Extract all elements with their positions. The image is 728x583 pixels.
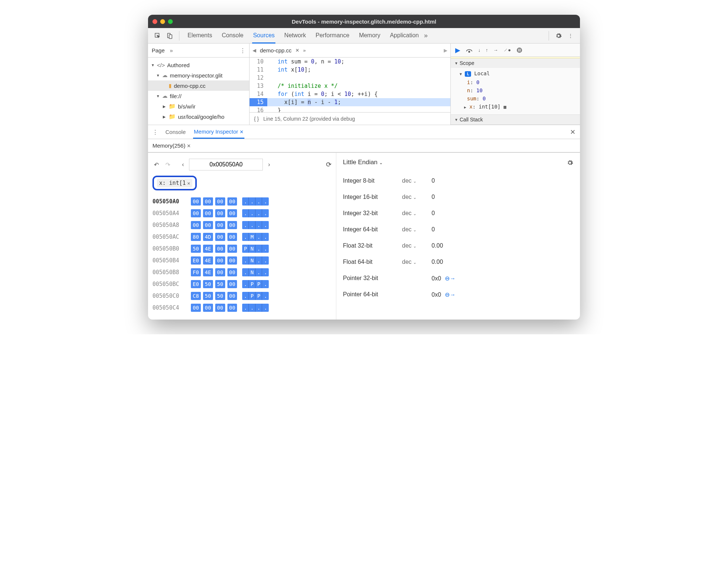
kebab-icon[interactable]: ⋮ <box>566 31 575 40</box>
step-over-icon[interactable] <box>466 47 473 53</box>
value-row: Integer 8-bit dec ⌄ 0 <box>343 173 573 189</box>
format-select[interactable]: dec ⌄ <box>402 242 432 249</box>
object-highlight-chip: x: int[1✕ <box>152 176 197 190</box>
sources-sidebar: Page » ⋮ ▼</>Authored ▼☁memory-inspector… <box>148 44 250 125</box>
hex-row[interactable]: 005050B8 F04E0000 .N.. <box>152 266 332 278</box>
nav-back-icon[interactable]: ◀ <box>253 48 256 53</box>
hex-row[interactable]: 005050C4 00000000 .... <box>152 302 332 314</box>
hex-row[interactable]: 005050A4 00000000 .... <box>152 207 332 219</box>
sidebar-menu-icon[interactable]: ⋮ <box>240 47 245 54</box>
more-tabs-icon[interactable]: » <box>424 32 427 39</box>
svg-point-3 <box>468 51 470 52</box>
close-tab-icon[interactable]: ✕ <box>295 48 299 53</box>
value-row: Integer 64-bit dec ⌄ 0 <box>343 221 573 238</box>
format-select[interactable]: dec ⌄ <box>402 210 432 217</box>
format-select[interactable]: dec ⌄ <box>402 259 432 265</box>
next-page-icon[interactable]: › <box>267 161 271 168</box>
scope-local[interactable]: ▼ L Local <box>460 69 576 78</box>
scope-var[interactable]: i: 0 <box>467 78 576 86</box>
undo-icon[interactable]: ↶ <box>152 161 160 168</box>
drawer: ⋮ Console Memory Inspector ✕ ✕ Memory(25… <box>148 125 580 320</box>
step-out-icon[interactable]: ↑ <box>486 47 488 53</box>
hex-row[interactable]: 005050B4 E04E0000 .N.. <box>152 255 332 266</box>
tree-folder-1[interactable]: ▶📁b/s/w/ir <box>148 101 249 111</box>
pause-exc-icon[interactable] <box>516 47 523 54</box>
tree-domain[interactable]: ▼☁memory-inspector.glit <box>148 70 249 80</box>
page-tab[interactable]: Page <box>152 47 165 54</box>
chevron-down-icon: ⌄ <box>379 160 383 165</box>
code-line[interactable]: 10 int sum = 0, n = 10; <box>250 58 450 66</box>
sidebar-overflow-icon[interactable]: » <box>170 47 173 54</box>
tree-file-demo[interactable]: ▮demo-cpp.cc <box>148 80 249 91</box>
jump-to-address-icon[interactable]: ⊖→ <box>445 292 456 298</box>
tab-elements[interactable]: Elements <box>187 28 213 43</box>
hex-row[interactable]: 005050A8 00000000 .... <box>152 219 332 231</box>
scope-var[interactable]: sum: 0 <box>467 94 576 103</box>
tab-memory[interactable]: Memory <box>358 28 381 43</box>
drawer-close-icon[interactable]: ✕ <box>570 128 576 136</box>
chip-remove-icon[interactable]: ✕ <box>187 180 190 186</box>
code-line[interactable]: 15 x[i] = n - i - 1; <box>250 98 450 106</box>
drawer-tab-memory-inspector[interactable]: Memory Inspector ✕ <box>193 125 244 139</box>
code-line[interactable]: 12 <box>250 74 450 82</box>
tab-network[interactable]: Network <box>284 28 307 43</box>
svg-rect-5 <box>518 49 519 51</box>
step-into-icon[interactable]: ↓ <box>478 47 481 53</box>
editor-filename: demo-cpp.cc <box>260 47 292 54</box>
code-line[interactable]: 11 int x[10]; <box>250 66 450 74</box>
tab-performance[interactable]: Performance <box>315 28 350 43</box>
jump-to-address-icon[interactable]: ⊖→ <box>445 275 456 282</box>
run-snippet-icon[interactable]: ▶ <box>444 48 447 53</box>
tab-sources[interactable]: Sources <box>252 28 275 44</box>
tree-authored[interactable]: ▼</>Authored <box>148 60 249 70</box>
value-row: Integer 32-bit dec ⌄ 0 <box>343 205 573 221</box>
redo-icon: ↷ <box>164 161 172 168</box>
code-line[interactable]: 14 for (int i = 0; i < 10; ++i) { <box>250 90 450 98</box>
resume-icon[interactable]: ▶ <box>455 46 460 54</box>
deactivate-bp-icon[interactable]: ⟋● <box>503 47 511 53</box>
hex-row[interactable]: 005050C0 C8505000 .PP. <box>152 290 332 302</box>
endianness-select[interactable]: Little Endian ⌄ <box>343 159 383 166</box>
tab-application[interactable]: Application <box>389 28 419 43</box>
reveal-memory-icon[interactable]: ▦ <box>504 104 506 110</box>
tab-console[interactable]: Console <box>221 28 244 43</box>
main-toolbar: ElementsConsoleSourcesNetworkPerformance… <box>148 28 580 44</box>
scope-var-x[interactable]: ▶ x: int[10] ▦ <box>460 103 576 111</box>
callstack-header[interactable]: ▼Call Stack <box>451 115 580 124</box>
close-icon[interactable]: ✕ <box>187 143 191 149</box>
inspect-icon[interactable] <box>153 31 162 40</box>
hex-row[interactable]: 005050AC 804D0000 .M.. <box>152 231 332 243</box>
scope-var[interactable]: n: 10 <box>467 86 576 94</box>
svg-rect-6 <box>520 49 521 51</box>
close-icon[interactable]: ✕ <box>240 129 244 135</box>
format-select[interactable]: dec ⌄ <box>402 194 432 200</box>
drawer-menu-icon[interactable]: ⋮ <box>152 129 158 135</box>
value-row: Float 32-bit dec ⌄ 0.00 <box>343 238 573 254</box>
tree-folder-2[interactable]: ▶📁usr/local/google/ho <box>148 111 249 122</box>
prev-page-icon[interactable]: ‹ <box>181 161 185 168</box>
format-select[interactable]: dec ⌄ <box>402 177 432 184</box>
editor-status: Line 15, Column 22 (provided via debug <box>263 116 355 122</box>
hex-row[interactable]: 005050BC E0505000 .PP. <box>152 278 332 290</box>
debugger-pane: ▶ ↓ ↑ → ⟋● ▼Scope ▼ L Local i: 0n: 10sum… <box>451 44 580 125</box>
refresh-icon[interactable]: ⟳ <box>326 161 332 169</box>
code-line[interactable]: 16 } <box>250 106 450 112</box>
pretty-print-icon[interactable]: { } <box>254 116 259 122</box>
hex-row[interactable]: 005050B0 504E0000 PN.. <box>152 243 332 255</box>
settings-icon[interactable] <box>554 31 563 40</box>
hex-row[interactable]: 005050A0 00000000 .... <box>152 196 332 207</box>
step-icon[interactable]: → <box>493 47 498 53</box>
device-icon[interactable] <box>165 31 174 40</box>
memory-tab[interactable]: Memory(256) ✕ <box>152 142 191 149</box>
value-settings-icon[interactable] <box>567 159 573 166</box>
address-input[interactable] <box>189 159 263 170</box>
tree-file-scheme[interactable]: ▼☁file:// <box>148 91 249 101</box>
code-editor: ◀ demo-cpp.cc ✕ » ▶ 10 int sum = 0, n = … <box>250 44 451 125</box>
value-row: Pointer 32-bit 0x0 ⊖→ <box>343 270 573 286</box>
drawer-tab-console[interactable]: Console <box>165 126 186 138</box>
scope-header[interactable]: ▼Scope <box>451 58 580 68</box>
code-line[interactable]: 13 /* initialize x */ <box>250 82 450 90</box>
format-select[interactable]: dec ⌄ <box>402 226 432 233</box>
editor-overflow-icon[interactable]: » <box>303 48 306 53</box>
titlebar: DevTools - memory-inspector.glitch.me/de… <box>148 15 580 28</box>
